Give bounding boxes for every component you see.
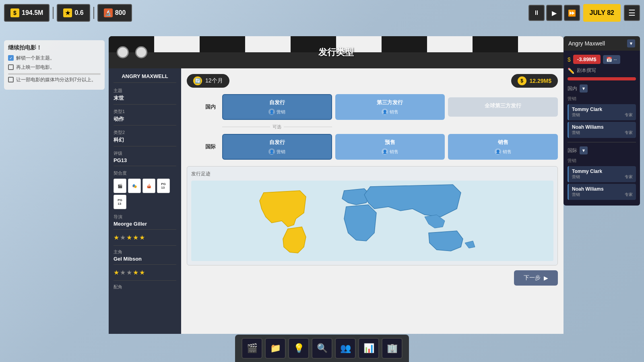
intl-presale[interactable]: 预售 👤 销售 — [335, 134, 445, 160]
person-icon-3: 👤 — [268, 148, 275, 155]
hud-divider-1 — [53, 7, 54, 19]
stripe-4 — [245, 36, 291, 52]
lead-label: 主角 — [114, 249, 176, 255]
balance-row: $ -3.89M$ 📅 -- — [568, 55, 636, 64]
money-badge-label: 12.29M$ — [530, 78, 551, 84]
domestic-third-party[interactable]: 第三方发行 👤 销售 — [335, 94, 445, 120]
time-icon: 🔄 — [193, 76, 202, 85]
research-display: 🔬 800 — [97, 4, 132, 22]
theme-value: 末世 — [114, 95, 176, 105]
money-value: 194.5M — [22, 9, 43, 16]
menu-button[interactable]: ☰ — [624, 5, 640, 21]
next-arrow-icon: ▶ — [544, 275, 548, 281]
distribution-grid: 国内 自发行 👤 营销 第三方发行 👤 销售 全球第三方发行 — [187, 94, 558, 160]
money-badge-icon: $ — [518, 76, 526, 85]
task-checkbox-3[interactable] — [8, 77, 14, 82]
task-item-1: ✓ 解锁一个新主题。 — [8, 55, 101, 62]
star-2: ★ — [120, 234, 126, 241]
domestic-staff-2: Noah Wiliams 营销 专家 — [568, 122, 636, 138]
director-stars: ★ ★ ★ ★ ★ — [114, 234, 176, 241]
genre1-value: 动作 — [114, 115, 176, 125]
star-4: ★ — [133, 234, 138, 241]
taskbar-folder[interactable]: 📁 — [265, 338, 286, 359]
right-panel-dropdown[interactable]: ▼ — [627, 39, 635, 47]
pause-button[interactable]: ⏸ — [528, 5, 545, 21]
rating-label: 评级 — [114, 150, 176, 156]
person-icon-2: 👤 — [382, 109, 388, 115]
stripe-2 — [154, 36, 200, 52]
calendar-btn[interactable]: 📅 -- — [603, 55, 620, 64]
star-display: ★ 0.6 — [57, 4, 90, 22]
clapper-header: 发行类型 — [109, 36, 564, 68]
script-row: ✏️ 剧本撰写 — [568, 67, 636, 74]
optional-line-1 — [222, 127, 270, 127]
right-panel-body: $ -3.89M$ 📅 -- ✏️ 剧本撰写 国内 ▼ 营销 Tommy Cla… — [564, 51, 640, 206]
staff-separator — [568, 142, 636, 142]
intl-staff-1-name: Tommy Clark — [572, 169, 633, 174]
lead-star-1: ★ — [114, 269, 119, 276]
task-label-2: 再上映一部电影。 — [16, 64, 55, 71]
next-button[interactable]: 下一步 ▶ — [514, 270, 558, 286]
intl-staff-header: 国际 ▼ — [568, 146, 636, 154]
intl-staff-2-roles: 营销 专家 — [572, 192, 633, 197]
film-title: ANGRY MAXWELL — [114, 73, 176, 83]
intl-self-release[interactable]: 自发行 👤 营销 — [222, 134, 332, 160]
intl-sales[interactable]: 销售 👤 销售 — [448, 134, 558, 160]
lead-star-5: ★ — [139, 269, 145, 276]
domestic-label: 国内 — [187, 103, 219, 111]
balance-value: -3.89M$ — [573, 55, 601, 64]
domestic-staff-2-name: Noah Wiliams — [572, 124, 633, 130]
time-badge: 🔄 12个月 — [187, 74, 229, 88]
domestic-staff-2-roles: 营销 专家 — [572, 130, 633, 136]
domestic-self-role: 👤 营销 — [226, 109, 328, 115]
intl-staff-2-name: Noah Wiliams — [572, 186, 633, 192]
taskbar-idea[interactable]: 💡 — [288, 338, 309, 359]
domestic-staff-1-roles: 营销 专家 — [572, 112, 633, 118]
star-value: 0.6 — [74, 9, 83, 16]
task-checkbox-1[interactable]: ✓ — [8, 55, 14, 61]
fast-forward-button[interactable]: ⏩ — [564, 5, 580, 21]
genre2-label: 类型2 — [114, 130, 176, 136]
intl-sublabel: 营销 — [568, 158, 636, 164]
hud-divider-2 — [93, 7, 94, 19]
task-item-2: 再上映一部电影。 — [8, 64, 101, 71]
domestic-self-title: 自发行 — [226, 99, 328, 106]
date-display: JULY 82 — [583, 4, 621, 22]
supporting-label: 配角 — [114, 284, 176, 290]
lead-name: Gel Mibson — [114, 256, 176, 265]
stripe-3 — [200, 36, 245, 52]
money-icon: $ — [10, 8, 19, 17]
taskbar-search[interactable]: 🔍 — [312, 338, 332, 359]
modal-body: ANGRY MAXWELL 主题 末世 类型1 动作 类型2 科幻 评级 PG1… — [109, 68, 564, 334]
task-label-1: 解锁一个新主题。 — [16, 55, 55, 62]
task-item-3: 让一部电影的媒体均分达到7分以上。 — [8, 76, 101, 83]
research-icon: 🔬 — [104, 8, 113, 17]
global-third-party: 全球第三方发行 — [448, 97, 558, 117]
right-panel-title: Angry Maxwell — [568, 40, 605, 47]
intl-sales-role: 👤 销售 — [452, 148, 554, 155]
optional-row-domestic: 可选 — [222, 124, 332, 130]
global-third-title: 全球第三方发行 — [452, 102, 554, 109]
domestic-staff-1: Tommy Clark 营销 专家 — [568, 104, 636, 120]
play-button[interactable]: ▶ — [546, 5, 562, 21]
intl-sales-title: 销售 — [452, 139, 554, 146]
lead-star-2: ★ — [120, 269, 126, 276]
optional-text-1: 可选 — [272, 124, 281, 130]
domestic-dropdown[interactable]: ▼ — [580, 84, 588, 93]
taskbar-chart[interactable]: 📊 — [358, 338, 379, 359]
star-5: ★ — [139, 234, 145, 241]
taskbar-film[interactable]: 🎬 — [242, 338, 262, 359]
domestic-self-release[interactable]: 自发行 👤 营销 — [222, 94, 332, 120]
intl-dropdown[interactable]: ▼ — [580, 146, 588, 154]
task-checkbox-2[interactable] — [8, 64, 14, 70]
edit-icon: ✏️ — [568, 68, 574, 74]
rating-value: PG13 — [114, 157, 176, 166]
taskbar-building[interactable]: 🏢 — [382, 338, 402, 359]
genre1-label: 类型1 — [114, 109, 176, 115]
taskbar-people[interactable]: 👥 — [335, 338, 356, 359]
director-name: Meorge Giller — [114, 221, 176, 230]
person-icon-4: 👤 — [382, 148, 388, 155]
contract-icons: 🎬 🎭 🎪 PG13 PG13 — [114, 179, 176, 209]
intl-staff-1-roles: 营销 专家 — [572, 174, 633, 180]
domestic-section-label: 国内 — [568, 85, 577, 92]
